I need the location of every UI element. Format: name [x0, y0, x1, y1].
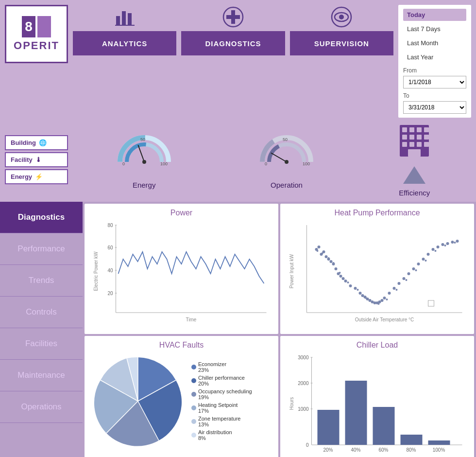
zone-temp-label: Zone temperature13%	[198, 416, 240, 427]
svg-point-97	[446, 242, 449, 245]
energy-gauge-label: Energy	[133, 181, 156, 189]
svg-rect-32	[424, 127, 429, 132]
date-panel: Today Last 7 Days Last Month Last Year F…	[398, 5, 471, 118]
building-button[interactable]: Building 🌐	[5, 135, 68, 150]
svg-text:Electric Power kW: Electric Power kW	[93, 251, 99, 291]
svg-text:100: 100	[160, 161, 168, 166]
supervision-button[interactable]: SUPERVISION	[290, 31, 393, 55]
svg-point-88	[403, 277, 406, 280]
energy-button[interactable]: Energy ⚡	[5, 169, 68, 184]
energy-label: Energy	[11, 173, 32, 180]
power-chart-title: Power	[89, 209, 273, 217]
sidebar-item-trends[interactable]: Trends	[0, 265, 83, 297]
nav-area: ANALYTICS DIAGNOSTICS SUPERVISION	[73, 5, 393, 118]
svg-text:40: 40	[107, 268, 113, 273]
efficiency-display: Efficiency	[397, 123, 431, 197]
svg-text:Time: Time	[186, 317, 197, 322]
svg-text:60: 60	[107, 245, 113, 250]
svg-text:60%: 60%	[378, 447, 388, 453]
svg-rect-6	[226, 15, 240, 19]
analytics-icon	[114, 6, 136, 28]
globe-icon: 🌐	[39, 139, 47, 146]
lightning-icon: ⚡	[35, 173, 43, 180]
last7-option[interactable]: Last 7 Days	[403, 23, 466, 35]
heat-pump-chart-title: Heat Pump Performance	[285, 209, 469, 217]
logo-char-1: 8	[22, 16, 35, 37]
legend-air-dist: Air distribution8%	[191, 429, 252, 441]
pie-container: Economizer23% Chiller performance20% Occ…	[89, 352, 273, 450]
svg-rect-1	[122, 11, 126, 25]
to-label: To	[403, 92, 466, 99]
nav-buttons: ANALYTICS DIAGNOSTICS SUPERVISION	[73, 31, 393, 55]
sidebar-item-performance[interactable]: Performance	[0, 233, 83, 265]
svg-point-60	[318, 246, 321, 248]
building-label: Building	[11, 139, 36, 146]
sidebar-item-controls[interactable]: Controls	[0, 297, 83, 328]
header: 8 OPERIT	[0, 0, 476, 118]
svg-point-67	[335, 267, 338, 270]
svg-rect-30	[409, 127, 414, 132]
svg-rect-41	[408, 149, 421, 157]
sidebar-item-facilities[interactable]: Facilities	[0, 328, 83, 360]
economizer-label: Economizer23%	[198, 361, 226, 373]
logo-char-2	[37, 16, 51, 37]
building-selector: Building 🌐 Facility 🌡 Energy ⚡	[5, 135, 68, 184]
legend-chiller-perf: Chiller performance20%	[191, 375, 252, 387]
analytics-button[interactable]: ANALYTICS	[73, 31, 176, 55]
operation-gauge-label: Operation	[271, 181, 303, 189]
last-year-option[interactable]: Last Year	[403, 51, 466, 63]
chiller-perf-label: Chiller performance20%	[198, 375, 245, 387]
svg-text:0: 0	[306, 442, 309, 448]
today-option[interactable]: Today	[403, 9, 466, 21]
svg-text:100%: 100%	[433, 447, 445, 453]
svg-point-74	[359, 292, 362, 295]
svg-rect-117	[428, 300, 434, 306]
svg-rect-39	[417, 142, 422, 147]
svg-rect-40	[424, 142, 429, 147]
svg-point-70	[342, 277, 345, 280]
from-date-select[interactable]: 1/1/2018	[403, 76, 466, 88]
last-month-option[interactable]: Last Month	[403, 37, 466, 49]
heating-label: Heating Setpoint17%	[198, 402, 238, 414]
logo-grid: 8	[22, 16, 51, 37]
svg-point-101	[322, 252, 323, 254]
svg-point-96	[442, 243, 444, 246]
svg-text:0: 0	[122, 161, 125, 166]
diagnostics-icon-area	[181, 5, 285, 29]
svg-point-107	[365, 297, 367, 299]
svg-point-63	[325, 255, 328, 258]
svg-text:50: 50	[140, 137, 145, 142]
facility-label: Facility	[11, 156, 33, 163]
air-dist-dot	[191, 433, 196, 438]
sidebar: Diagnostics Performance Trends Controls …	[0, 202, 83, 457]
hvac-faults-chart-card: HVAC Faults	[85, 336, 278, 457]
to-date-select[interactable]: 3/31/2018	[403, 101, 466, 114]
diagnostics-button[interactable]: DIAGNOSTICS	[181, 31, 285, 55]
sidebar-item-operations[interactable]: Operations	[0, 391, 83, 423]
logo: 8 OPERIT	[5, 5, 68, 63]
svg-point-73	[354, 287, 357, 290]
analytics-icon-area	[73, 5, 176, 29]
svg-point-18	[142, 160, 146, 164]
svg-marker-42	[403, 166, 425, 184]
svg-point-114	[435, 250, 437, 252]
legend-occupancy: Occupancy scheduling19%	[191, 388, 252, 400]
svg-text:20: 20	[107, 291, 113, 296]
svg-point-83	[381, 299, 384, 302]
svg-point-92	[422, 258, 425, 261]
svg-text:Hours: Hours	[289, 397, 294, 410]
sidebar-item-diagnostics[interactable]: Diagnostics	[0, 202, 83, 233]
svg-point-112	[415, 269, 417, 271]
svg-rect-38	[409, 142, 414, 147]
facility-button[interactable]: Facility 🌡	[5, 152, 68, 167]
svg-rect-37	[402, 142, 407, 147]
heat-pump-chart-card: Heat Pump Performance Outside Air Temper…	[280, 204, 474, 334]
svg-point-72	[349, 284, 352, 287]
svg-point-110	[396, 289, 398, 291]
svg-point-27	[285, 160, 289, 164]
chiller-perf-dot	[191, 378, 196, 383]
svg-point-85	[388, 292, 391, 295]
sidebar-item-maintenance[interactable]: Maintenance	[0, 360, 83, 391]
energy-gauge: 0 50 100 Energy	[113, 130, 176, 189]
svg-text:2000: 2000	[298, 381, 309, 386]
